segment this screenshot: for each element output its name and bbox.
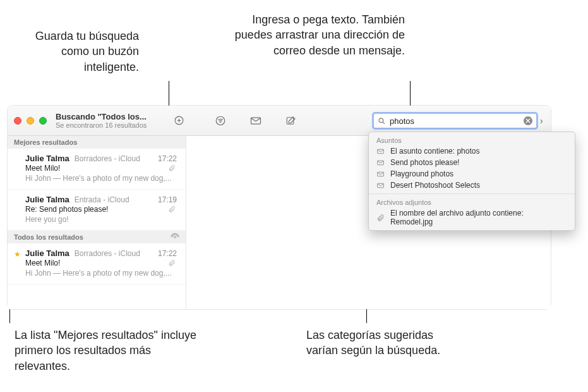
message-item[interactable]: ★ Julie Talma Borradores - iCloud 17:22 … [8,243,186,285]
callout-search-input: Ingresa o pega texto. También puedes arr… [222,12,405,58]
callout-save-smart-mailbox: Guarda tu búsqueda como un buzón intelig… [6,28,139,75]
close-window-button[interactable] [14,117,21,125]
message-mailbox: Borradores - iCloud [75,154,140,163]
callout-top-hits: La lista "Mejores resultados" incluye pr… [15,328,198,374]
message-sender: Julie Talma [25,195,69,204]
paperclip-icon [168,164,176,172]
section-top-hits: Mejores resultados [8,136,186,149]
zoom-window-button[interactable] [39,117,47,125]
section-label: Todos los resultados [14,233,83,241]
message-subject: Meet Milo! [25,164,60,173]
message-preview: Hi John — Here's a photo of my new dog,.… [25,174,179,183]
callout-line [410,81,411,109]
search-icon [378,117,386,125]
window-title-block: Buscando "Todos los... Se encontraron 16… [56,112,160,129]
message-sender: Julie Talma [25,248,69,258]
suggestion-item-subject-contains[interactable]: El asunto contiene: photos [369,145,575,157]
compose-icon [285,115,297,126]
suggestion-item-attachment-name[interactable]: El nombre del archivo adjunto contiene: … [369,207,575,228]
message-subject: Re: Send photos please! [25,205,108,214]
message-preview: Hi John — Here's a photo of my new dog,.… [25,269,179,278]
mail-window: Buscando "Todos los... Se encontraron 16… [8,106,551,309]
paperclip-icon [168,259,176,267]
svg-line-10 [383,121,385,123]
envelope-icon [376,181,385,190]
save-smart-mailbox-button[interactable] [170,112,188,130]
envelope-icon [376,147,385,156]
filter-icon [215,115,226,126]
svg-point-17 [174,236,176,238]
message-list: Mejores resultados Julie Talma Borradore… [8,136,186,309]
filter-button[interactable] [212,112,229,130]
plus-circle-icon [174,115,184,126]
suggestion-category: Asuntos [369,135,575,145]
message-time: 17:19 [158,195,177,204]
section-all-results: Todos los resultados [8,231,186,243]
callout-line [169,81,169,109]
overflow-button[interactable]: ›› [540,116,541,126]
envelope-icon [376,170,385,178]
suggestion-item[interactable]: Desert Photoshoot Selects [369,180,575,191]
message-time: 17:22 [158,249,177,258]
envelope-icon [376,159,385,167]
clear-search-button[interactable] [524,116,532,125]
message-subject: Meet Milo! [25,259,60,267]
sort-icon[interactable] [171,233,179,242]
suggestion-label: Playground photos [390,169,453,178]
paperclip-icon [376,214,385,222]
message-item[interactable]: Julie Talma Borradores - iCloud 17:22 Me… [8,149,186,190]
window-title: Buscando "Todos los... [56,112,160,121]
paperclip-icon [168,205,176,213]
message-mailbox: Entrada - iCloud [75,195,129,204]
suggestion-category: Archivos adjuntos [369,197,575,207]
callout-suggestion-categories: Las categorías sugeridas varían según la… [306,328,452,358]
x-icon [525,118,531,123]
message-mailbox: Borradores - iCloud [75,249,140,258]
suggestion-item[interactable]: Send photos please! [369,157,575,168]
star-icon: ★ [14,250,21,259]
section-label: Mejores resultados [14,138,77,146]
suggestion-item[interactable]: Playground photos [369,168,575,180]
svg-rect-7 [251,118,261,124]
message-sender: Julie Talma [25,154,69,163]
separator [369,193,575,194]
window-subtitle: Se encontraron 16 resultados [56,121,160,129]
message-time: 17:22 [158,154,177,163]
new-message-button[interactable] [247,112,265,130]
message-preview: Here you go! [25,215,179,224]
window-controls [14,117,47,125]
envelope-icon [249,114,262,127]
suggestion-label: El nombre del archivo adjunto contiene: … [390,209,567,226]
search-field[interactable] [372,112,538,130]
suggestion-label: El asunto contiene: photos [390,147,479,156]
message-item[interactable]: Julie Talma Entrada - iCloud 17:19 Re: S… [8,190,186,231]
suggestion-label: Send photos please! [390,158,459,167]
compose-button[interactable] [282,112,300,130]
suggestion-label: Desert Photoshoot Selects [390,181,480,190]
minimize-window-button[interactable] [27,117,34,125]
svg-point-9 [379,118,383,123]
search-input[interactable] [390,116,520,126]
search-suggestions-panel: Asuntos El asunto contiene: photos Send … [368,132,575,231]
